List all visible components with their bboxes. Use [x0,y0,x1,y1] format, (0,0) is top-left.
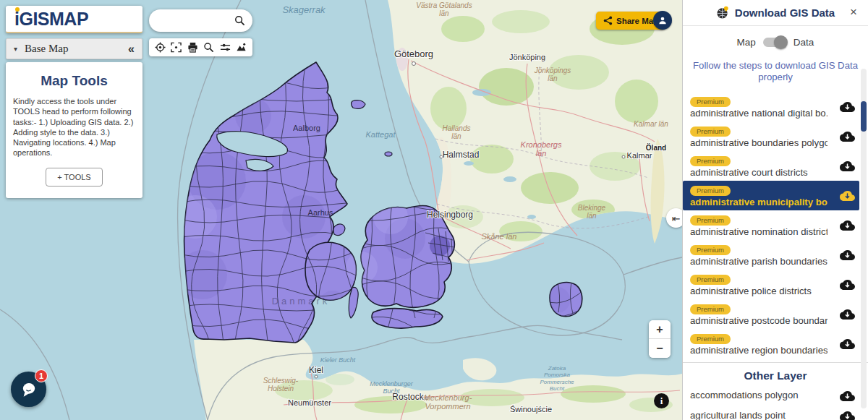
layer-item[interactable]: accommodations polygon [683,385,859,406]
caret-down-icon: ▾ [14,45,17,53]
panel-scrollbar[interactable] [861,69,867,408]
panel-header: Download GIS Data × [683,0,868,26]
layer-item[interactable]: Premiumadministrative police districts [683,270,859,299]
globe-pin-icon [716,6,730,20]
user-avatar[interactable] [653,11,672,30]
zoom-in-button[interactable]: + [649,320,671,339]
layer-item[interactable]: Premiumadministrative national digital b… [683,92,859,121]
search-icon[interactable] [234,15,245,26]
layer-item[interactable]: Premiumadministrative nomination distric… [683,210,859,240]
map-label: Neumünster [288,398,331,407]
layer-item[interactable]: Premiumadministrative municipality boun.… [683,181,859,210]
layer-label: administrative police districts [690,286,827,296]
download-gis-panel: Download GIS Data × Map Data Follow the … [682,0,868,420]
premium-badge: Premium [690,127,731,137]
premium-badge: Premium [690,245,731,255]
attribution-info-button[interactable]: i [654,393,669,408]
search-input[interactable] [159,14,234,27]
layer-item[interactable]: agricultural lands point [683,406,859,420]
tools-button[interactable]: + TOOLS [46,168,102,187]
map-label: Danmark [272,296,331,307]
download-cloud-icon[interactable] [840,159,855,172]
map-label: Świnoujście [510,405,552,413]
map-label: län [587,212,597,220]
collapse-sidebar-icon[interactable]: « [128,43,135,56]
toggle-label-data: Data [793,37,814,48]
premium-badge: Premium [690,304,731,314]
download-cloud-icon[interactable] [840,278,855,291]
basemap-layers-icon[interactable] [235,41,248,54]
download-cloud-icon[interactable] [840,307,855,320]
premium-badge: Premium [690,215,731,226]
download-cloud-icon[interactable] [840,189,855,202]
map-label: Kalmar [627,151,652,160]
map-data-toggle-row: Map Data [683,26,868,51]
other-layer-list: accommodations polygon agricultural land… [683,385,868,420]
layer-item[interactable]: Premiumadministrative region boundaries [683,329,859,359]
map-label: Kronobergs [521,140,562,149]
chat-bubble-icon [20,380,38,399]
map-tools-panel: Map Tools Kindly access the tools under … [6,62,142,198]
map-label: Hallands [443,124,471,132]
map-label: län [439,9,449,17]
map-label: Zatoka [548,365,566,372]
download-cloud-icon[interactable] [840,337,855,350]
base-map-header[interactable]: ▾ Base Map « [6,38,142,59]
share-icon [603,16,613,25]
layer-item[interactable]: Premiumadministrative parish boundaries [683,240,859,270]
layer-label: agricultural lands point [690,410,827,420]
arrow-to-bar-icon: ⇤ [672,213,681,224]
layer-item[interactable]: Premiumadministrative boundaries polygon [683,121,859,151]
map-label: Kieler Bucht [320,356,356,364]
search-box[interactable] [149,9,252,32]
premium-badge: Premium [690,275,731,285]
map-label: Schleswig- [263,377,299,385]
layer-label: administrative court districts [690,167,827,178]
switch-knob[interactable] [774,35,788,49]
download-cloud-icon[interactable] [840,389,855,402]
chat-widget-button[interactable]: 1 [11,372,46,407]
map-label: län [536,149,547,158]
map-label: Vorpommern [425,402,470,411]
brand-logo[interactable]: iGISMAP [6,6,142,33]
layer-item[interactable]: Premiumadministrative court districts [683,151,859,181]
layer-label: administrative region boundaries [690,345,827,356]
locate-icon[interactable] [153,41,166,54]
layer-item[interactable]: Premiumadministrative postcode boundar..… [683,299,859,329]
map-label: Kattegat [366,130,396,139]
close-icon[interactable]: × [846,5,861,19]
download-cloud-icon[interactable] [840,218,855,231]
map-data-switch[interactable] [763,38,786,47]
map-label: Mecklenburger [370,380,414,387]
layer-label: administrative municipality boun... [690,197,827,207]
map-label: län [548,74,558,82]
map-label: Kalmar län [634,120,668,128]
map-label: Bucht [550,385,565,392]
map-label: Mecklenburg- [424,393,472,402]
fit-extent-icon[interactable] [170,41,183,54]
share-map-label: Share Map [616,17,658,25]
download-cloud-icon[interactable] [840,409,855,420]
download-cloud-icon[interactable] [840,129,855,142]
zoom-search-icon[interactable] [203,41,216,54]
map-label: Pomorska [544,372,571,378]
map-label: Jönköpings [534,67,571,74]
app-window: SkagerrakVästra GötalandslänGöteborgJönk… [0,0,868,420]
map-label: Västra Götalands [416,1,472,9]
scrollbar-thumb[interactable] [861,101,867,132]
divider [683,362,868,363]
download-cloud-icon[interactable] [840,248,855,261]
layer-label: administrative boundaries polygon [690,137,827,148]
map-label: Jönköping [509,53,545,61]
print-icon[interactable] [186,41,199,54]
map-label: Skagerrak [282,4,326,15]
measure-icon[interactable] [218,41,231,54]
logo-text: iGISMAP [14,10,88,28]
zoom-out-button[interactable]: − [649,339,671,358]
map-label: Göteborg [394,48,433,59]
layer-label: administrative parish boundaries [690,256,827,267]
map-toolbar [149,38,252,56]
premium-badge: Premium [690,334,731,344]
download-cloud-icon[interactable] [840,100,855,113]
chat-notification-badge: 1 [35,369,48,382]
